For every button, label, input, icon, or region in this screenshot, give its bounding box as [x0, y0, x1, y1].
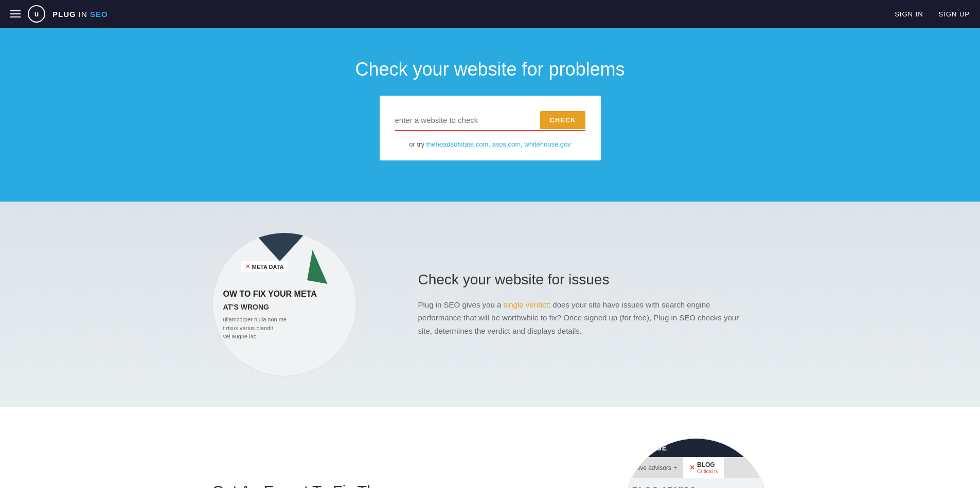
- logo-text: PLUG IN SEO: [52, 10, 108, 19]
- navbar-left: u PLUG IN SEO: [10, 5, 108, 23]
- circle-main-title: BLOG ADVISO: [632, 486, 760, 488]
- circle-dark-header: pluginSE: [625, 439, 768, 457]
- url-input-row: CHECK: [395, 111, 585, 131]
- circle-main-content: BLOG ADVISO CHECKING: WWW.MYLIT: [625, 478, 768, 488]
- try-examples: or try theheadsofstate.com, asos.com, wh…: [395, 140, 585, 148]
- logo-u-letter: u: [34, 10, 39, 18]
- meta-x-icon: ✕: [245, 263, 250, 270]
- circle-tab-advisors[interactable]: active advisors +: [625, 457, 683, 478]
- check-issues-inner: ✕ META DATA OW TO FIX YOUR META AT'S WRO…: [182, 232, 799, 376]
- sign-up-link[interactable]: SIGN UP: [939, 10, 970, 18]
- logo-icon: u: [28, 5, 45, 23]
- hamburger-menu[interactable]: [10, 10, 21, 17]
- logo-in: IN: [76, 10, 90, 19]
- navbar-right: SIGN IN SIGN UP: [895, 10, 970, 18]
- try-prefix: or try: [409, 140, 426, 148]
- expert-circle: pluginSE active advisors + ✕ BLOG Critic…: [624, 438, 768, 488]
- try-link-theheadsofstate[interactable]: theheadsofstate.com,: [426, 140, 490, 148]
- expert-section: Get An Expert To Fix Them You'll get sim…: [0, 407, 980, 488]
- try-link-asos[interactable]: asos.com,: [492, 140, 522, 148]
- expert-circle-wrapper: pluginSE active advisors + ✕ BLOG Critic…: [593, 438, 768, 488]
- meta-badge: ✕ META DATA: [241, 261, 288, 272]
- check-issues-title: Check your website for issues: [418, 272, 768, 288]
- highlight-text: single verdict: [503, 300, 548, 309]
- circle-header-text: pluginSE: [632, 444, 668, 452]
- circle-tab-blog[interactable]: ✕ BLOG Critical is: [683, 457, 724, 478]
- expert-content: Get An Expert To Fix Them You'll get sim…: [212, 482, 593, 489]
- tab-blog-sub: Critical is: [697, 468, 718, 474]
- hero-section: Check your website for problems CHECK or…: [0, 28, 980, 202]
- circle-text-content: OW TO FIX YOUR META AT'S WRONG ullamcorp…: [223, 290, 346, 341]
- tab-blog-x-icon: ✕: [689, 464, 695, 472]
- logo-plug: PLUG: [52, 10, 76, 19]
- sign-in-link[interactable]: SIGN IN: [895, 10, 923, 18]
- expert-title: Get An Expert To Fix Them: [212, 482, 593, 489]
- logo-seo: SEO: [90, 10, 108, 19]
- check-issues-desc: Plug in SEO gives you a single verdict: …: [418, 298, 747, 338]
- hero-title: Check your website for problems: [10, 59, 970, 80]
- check-image-wrapper: ✕ META DATA OW TO FIX YOUR META AT'S WRO…: [212, 232, 387, 376]
- check-button[interactable]: CHECK: [540, 111, 585, 129]
- green-triangle: [307, 250, 333, 284]
- tab-blog-label: BLOG: [697, 461, 718, 468]
- circle-heading: OW TO FIX YOUR META: [223, 290, 346, 299]
- check-issues-content: Check your website for issues Plug in SE…: [387, 272, 768, 338]
- url-input[interactable]: [395, 116, 536, 124]
- try-link-whitehouse[interactable]: whitehouse.gov: [524, 140, 571, 148]
- tab-plus-icon: +: [673, 464, 677, 472]
- expert-section-inner: Get An Expert To Fix Them You'll get sim…: [182, 438, 799, 488]
- meta-badge-label: META DATA: [252, 264, 284, 270]
- check-issues-section: ✕ META DATA OW TO FIX YOUR META AT'S WRO…: [0, 202, 980, 407]
- circle-sub-heading: AT'S WRONG: [223, 303, 346, 311]
- hero-card: CHECK or try theheadsofstate.com, asos.c…: [380, 96, 601, 160]
- check-circle-image: ✕ META DATA OW TO FIX YOUR META AT'S WRO…: [212, 232, 357, 376]
- circle-body: ullamcorper nulla non met risus varius b…: [223, 315, 346, 341]
- circle-tabs: active advisors + ✕ BLOG Critical is: [625, 457, 768, 478]
- tab-advisors-label: active advisors: [631, 464, 671, 472]
- dark-triangle-top: [254, 233, 306, 261]
- navbar: u PLUG IN SEO SIGN IN SIGN UP: [0, 0, 980, 28]
